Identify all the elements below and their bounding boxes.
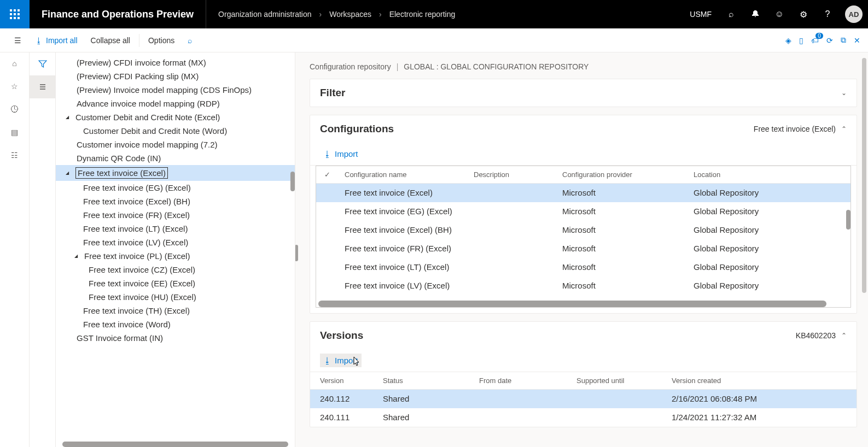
- collapse-all-button[interactable]: Collapse all: [84, 28, 137, 52]
- breadcrumb-item[interactable]: Organization administration: [218, 10, 311, 19]
- configurations-import-button[interactable]: ⭳ Import: [320, 147, 362, 161]
- configurations-panel-header[interactable]: Configurations Free text invoice (Excel)…: [310, 115, 857, 143]
- tree-item[interactable]: Free text invoice (CZ) (Excel): [56, 263, 295, 277]
- modules-icon[interactable]: ☷: [9, 150, 20, 161]
- tree-item[interactable]: Customer Debit and Credit Note (Word): [56, 124, 295, 138]
- version-row[interactable]: 240.112Shared2/16/2021 06:08:48 PM: [310, 390, 857, 408]
- tree-item[interactable]: Free text invoice (EG) (Excel): [56, 181, 295, 195]
- tree-item[interactable]: Free text invoice (TH) (Excel): [56, 304, 295, 317]
- tree-item[interactable]: (Preview) CFDI Packing slip (MX): [56, 69, 295, 83]
- breadcrumb-item[interactable]: Workspaces: [329, 10, 371, 19]
- workspaces-icon[interactable]: ▤: [9, 127, 20, 138]
- configuration-tree[interactable]: (Preview) CFDI invoice format (MX)(Previ…: [56, 52, 295, 447]
- tree-item[interactable]: Free text invoice (FR) (Excel): [56, 208, 295, 222]
- configurations-grid-header: Configuration name Description Configura…: [316, 166, 850, 184]
- office-icon[interactable]: ▯: [799, 36, 803, 45]
- config-scrollbar-horizontal[interactable]: [318, 301, 826, 307]
- help-button[interactable]: ?: [815, 0, 840, 28]
- feedback-button[interactable]: ☺: [767, 0, 791, 28]
- nav-toggle-button[interactable]: ☰: [7, 36, 28, 45]
- tree-scrollbar-vertical[interactable]: [290, 172, 295, 191]
- check-icon[interactable]: [324, 170, 330, 179]
- config-row[interactable]: Free text invoice (Excel) (BH)MicrosoftG…: [316, 221, 850, 239]
- tree-item[interactable]: (Preview) Invoice model mapping (CDS Fin…: [56, 83, 295, 97]
- recent-icon[interactable]: 🕓︎: [9, 104, 20, 115]
- tree-item[interactable]: Free text invoice (Excel) (BH): [56, 195, 295, 208]
- tree-item[interactable]: Customer invoice model mapping (7.2): [56, 138, 295, 151]
- home-icon[interactable]: ⌂: [9, 58, 20, 69]
- tool-rail: [30, 52, 56, 447]
- company-selector[interactable]: USMF: [682, 10, 719, 19]
- attachments-button[interactable]: 🏷 0: [811, 36, 819, 45]
- main-scrollbar-vertical[interactable]: [862, 58, 866, 293]
- caret-icon[interactable]: ◢: [63, 115, 71, 120]
- caret-icon[interactable]: ◢: [63, 170, 71, 175]
- config-row[interactable]: Free text invoice (Excel)MicrosoftGlobal…: [316, 184, 850, 202]
- filter-panel-header[interactable]: Filter ⌄: [310, 79, 857, 107]
- tree-item[interactable]: Free text invoice (LT) (Excel): [56, 222, 295, 236]
- diamond-icon[interactable]: ◈: [785, 36, 791, 45]
- cell-description: [467, 187, 556, 198]
- cell-status: Shared: [376, 393, 473, 404]
- config-row[interactable]: Free text invoice (FR) (Excel)MicrosoftG…: [316, 239, 850, 258]
- versions-import-button[interactable]: ⭳ Import: [320, 354, 362, 367]
- user-avatar[interactable]: AD: [845, 5, 863, 23]
- filter-title: Filter: [320, 87, 345, 99]
- filter-panel: Filter ⌄: [310, 79, 857, 107]
- tree-item[interactable]: ◢Customer Debit and Credit Note (Excel): [56, 110, 295, 124]
- cell-location: Global Repository: [687, 261, 796, 273]
- resize-handle[interactable]: [295, 245, 298, 261]
- tree-item-label: Free text invoice (EG) (Excel): [83, 183, 191, 192]
- tree-item[interactable]: ◢Free text invoice (Excel): [56, 165, 295, 181]
- chevron-right-icon: ›: [319, 10, 322, 19]
- tree-item[interactable]: Free text invoice (HU) (Excel): [56, 290, 295, 304]
- settings-button[interactable]: ⚙: [791, 0, 815, 28]
- tree-item[interactable]: (Preview) CFDI invoice format (MX): [56, 56, 295, 69]
- close-button[interactable]: ✕: [854, 36, 860, 45]
- col-supported-until[interactable]: Supported until: [570, 377, 665, 385]
- col-location[interactable]: Location: [687, 170, 796, 179]
- breadcrumb-item[interactable]: Electronic reporting: [389, 10, 456, 19]
- tree-item[interactable]: Free text invoice (Word): [56, 317, 295, 331]
- cell-description: [467, 205, 556, 217]
- tree-item[interactable]: GST Invoice format (IN): [56, 331, 295, 345]
- col-version[interactable]: Version: [313, 377, 376, 385]
- app-launcher-button[interactable]: [0, 0, 30, 28]
- tree-item[interactable]: Dynamic QR Code (IN): [56, 151, 295, 165]
- cell-description: [467, 261, 556, 273]
- config-row[interactable]: Free text invoice (LT) (Excel)MicrosoftG…: [316, 258, 850, 277]
- list-view-icon[interactable]: [30, 75, 56, 98]
- tree-item[interactable]: Advance invoice model mapping (RDP): [56, 97, 295, 110]
- config-scrollbar-vertical[interactable]: [846, 210, 850, 230]
- cell-config-name: Free text invoice (LV) (Excel): [338, 280, 467, 291]
- cell-supported-until: [570, 393, 665, 404]
- config-row[interactable]: Free text invoice (LV) (Excel)MicrosoftG…: [316, 277, 850, 295]
- col-status[interactable]: Status: [376, 377, 473, 385]
- search-button[interactable]: ⌕: [719, 0, 743, 28]
- tree-item[interactable]: Free text invoice (EE) (Excel): [56, 277, 295, 290]
- import-all-button[interactable]: ⭳ Import all: [28, 28, 84, 52]
- notifications-button[interactable]: 🔔︎: [743, 0, 767, 28]
- popout-button[interactable]: ⧉: [841, 36, 846, 45]
- caret-icon[interactable]: ◢: [72, 254, 80, 258]
- versions-title: Versions: [320, 330, 363, 342]
- config-row[interactable]: Free text invoice (EG) (Excel)MicrosoftG…: [316, 202, 850, 221]
- col-description[interactable]: Description: [467, 170, 556, 179]
- cell-config-name: Free text invoice (Excel): [338, 187, 467, 198]
- col-config-name[interactable]: Configuration name: [338, 170, 467, 179]
- find-button[interactable]: ⌕: [181, 28, 199, 52]
- tree-item[interactable]: ◢Free text invoice (PL) (Excel): [56, 249, 295, 263]
- cell-provider: Microsoft: [556, 280, 687, 291]
- tree-scrollbar-horizontal[interactable]: [62, 442, 288, 447]
- col-provider[interactable]: Configuration provider: [556, 170, 687, 179]
- favorites-icon[interactable]: ☆: [9, 81, 20, 92]
- filter-icon[interactable]: [30, 52, 56, 75]
- refresh-button[interactable]: ⟳: [826, 36, 833, 45]
- versions-grid-header: Version Status From date Supported until…: [310, 372, 857, 390]
- options-button[interactable]: Options: [142, 28, 181, 52]
- col-version-created[interactable]: Version created: [665, 377, 785, 385]
- col-from-date[interactable]: From date: [473, 377, 570, 385]
- tree-item[interactable]: Free text invoice (LV) (Excel): [56, 236, 295, 249]
- version-row[interactable]: 240.111Shared1/24/2021 11:27:32 AM: [310, 408, 857, 427]
- versions-panel-header[interactable]: Versions KB4602203 ⌃: [310, 322, 857, 349]
